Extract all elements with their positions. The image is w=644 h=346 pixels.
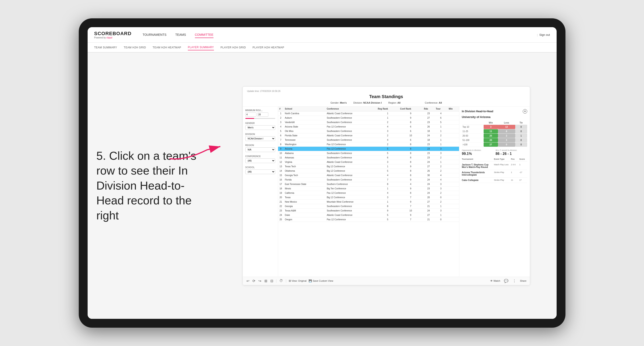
sub-nav-team-h2h-grid[interactable]: TEAM H2H GRID [124, 45, 146, 50]
filter-region-select[interactable]: N/A [245, 147, 275, 152]
tournament-pos: 1 [511, 171, 518, 173]
card-body: Minimum Rou... Gender [243, 107, 530, 277]
sub-nav-team-summary[interactable]: TEAM SUMMARY [94, 45, 117, 50]
cell-win [447, 151, 459, 155]
table-row[interactable]: 14 Oklahoma Big 12 Conference 5 8 26 2 [278, 169, 459, 173]
redo-button[interactable]: ⟳ [252, 278, 256, 284]
table-row[interactable]: 7 Tennessee Southeastern Conference 4 6 … [278, 138, 459, 142]
cell-conf-rank: 8 [399, 169, 423, 173]
copy-button[interactable]: ⊞ [264, 278, 268, 284]
cell-reg-rank: 5 [376, 169, 399, 173]
cell-rank: 6 [278, 133, 284, 138]
cell-conference: Southeastern Conference [326, 155, 376, 160]
cell-rds: 27 [422, 116, 434, 120]
wlt-value: 86 - 26 - 1 [496, 152, 527, 156]
table-row[interactable]: 18 Illinois Big Ten Conference 1 9 23 3 [278, 186, 459, 191]
filter-gender: Gender Men's [245, 122, 275, 130]
sub-nav-player-h2h-heatmap[interactable]: PLAYER H2H HEATMAP [253, 45, 284, 50]
comment-icon[interactable]: 💬 [504, 278, 509, 284]
sign-out-button[interactable]: | Sign out [537, 33, 550, 36]
sub-nav-player-h2h-grid[interactable]: PLAYER H2H GRID [220, 45, 246, 50]
cell-school: Florida State [284, 133, 326, 138]
cell-win [447, 177, 459, 182]
nav-tournaments[interactable]: TOURNAMENTS [142, 32, 166, 38]
cell-rds: 27 [422, 199, 434, 204]
table-row[interactable]: 3 Vanderbilt Southeastern Conference 2 8… [278, 120, 459, 124]
filter-max-input[interactable] [257, 112, 268, 117]
filter-conference-select[interactable]: (All) [245, 159, 275, 163]
col-rds: Rds [422, 107, 434, 111]
filter-min-input[interactable] [245, 112, 256, 117]
cell-school: Texas Tech [284, 164, 326, 169]
nav-committee[interactable]: COMMITTEE [195, 32, 214, 38]
cell-win [447, 129, 459, 133]
table-row[interactable]: 19 California Pac-12 Conference 4 8 24 2 [278, 191, 459, 195]
table-row[interactable]: 15 Georgia Tech Atlantic Coast Conferenc… [278, 173, 459, 177]
card-title: Team Standings [247, 94, 526, 99]
table-row[interactable]: 17 East Tennessee State Southern Confere… [278, 182, 459, 186]
table-row[interactable]: 10 Alabama Southeastern Conference 5 8 2… [278, 151, 459, 155]
annotation-text: 5. Click on a team's row to see their In… [96, 149, 207, 223]
table-row[interactable]: 11 Arkansas Southeastern Conference 6 8 … [278, 155, 459, 160]
cell-win [447, 120, 459, 124]
cell-conference: Southeastern Conference [326, 120, 376, 124]
table-row[interactable]: 13 Texas Tech Big 12 Conference 1 9 27 2 [278, 164, 459, 169]
save-custom-button[interactable]: 💾 Save Custom View [308, 279, 333, 282]
filter-division-select[interactable]: NCAA Division I [245, 136, 275, 141]
share-button[interactable]: Share [520, 280, 526, 282]
col-tour: Tour [434, 107, 447, 111]
table-row[interactable]: 5 Ole Miss Southeastern Conference 3 6 1… [278, 129, 459, 133]
share-icon[interactable]: ⋮ [512, 278, 516, 284]
sub-nav-player-summary[interactable]: PLAYER SUMMARY [188, 45, 214, 50]
watch-button[interactable]: 👁 Watch [490, 280, 500, 282]
cell-rds: 23 [422, 120, 434, 124]
table-row[interactable]: 9 Arizona Pac-12 Conference 5 8 23 3 [278, 147, 459, 151]
cell-tour: 3 [434, 182, 447, 186]
paste-button[interactable]: ⊟ [270, 278, 274, 284]
cell-rds: 23 [422, 186, 434, 191]
cell-win [447, 133, 459, 138]
table-row[interactable]: 25 Oregon Pac-12 Conference 5 7 21 0 [278, 217, 459, 222]
h2h-win: 27 [484, 142, 498, 147]
view-original-button[interactable]: ⊞ View: Original [289, 279, 306, 282]
table-row[interactable]: 12 Virginia Atlantic Coast Conference 3 … [278, 160, 459, 164]
cell-conf-rank: 8 [399, 155, 423, 160]
h2h-win: 20 [484, 138, 498, 142]
cell-school: Ole Miss [284, 129, 326, 133]
wlt-label: W-L-T record in-division: [496, 149, 527, 151]
forward-button[interactable]: ↪ [258, 278, 262, 284]
device-frame: SCOREBOARD Powered by clippd TOURNAMENTS… [79, 18, 566, 328]
tournament-list: Tournament Event Type Pos Score Jackson … [462, 158, 527, 183]
table-row[interactable]: 8 Washington Pac-12 Conference 2 8 23 1 [278, 142, 459, 147]
table-row[interactable]: 6 Florida State Atlantic Coast Conferenc… [278, 133, 459, 138]
h2h-row: 11-25 11 8 0 [462, 129, 527, 134]
table-row[interactable]: 21 New Mexico Mountain West Conference 1… [278, 199, 459, 204]
nav-teams[interactable]: TEAMS [175, 32, 186, 38]
cell-rank: 7 [278, 138, 284, 142]
cell-win [447, 142, 459, 147]
table-row[interactable]: 22 Georgia Southeastern Conference 8 7 2… [278, 204, 459, 208]
filter-school-select[interactable]: (All) [245, 170, 275, 174]
table-row[interactable]: 16 Florida Southeastern Conference 7 9 2… [278, 177, 459, 182]
table-row[interactable]: 23 Texas A&M Southeastern Conference 9 1… [278, 208, 459, 213]
cell-conf-rank: 7 [399, 195, 423, 199]
cell-school: California [284, 191, 326, 195]
cell-rank: 13 [278, 164, 284, 169]
cell-rds: 23 [422, 147, 434, 151]
undo-button[interactable]: ↩ [246, 278, 250, 284]
table-row[interactable]: 2 Auburn Southeastern Conference 1 9 27 … [278, 116, 459, 120]
table-row[interactable]: 20 Texas Big 12 Conference 3 7 20 0 [278, 195, 459, 199]
tournament-score: 17 [520, 179, 527, 181]
filter-gender-select[interactable]: Men's [245, 125, 275, 130]
table-row[interactable]: 4 Arizona State Pac-12 Conference 4 6 26… [278, 124, 459, 129]
cell-win [447, 186, 459, 191]
tournament-pos: 11 [511, 179, 518, 181]
sub-nav-team-h2h-heatmap[interactable]: TEAM H2H HEATMAP [153, 45, 181, 50]
cell-win [447, 164, 459, 169]
cell-tour: 4 [434, 177, 447, 182]
h2h-close-button[interactable]: ✕ [523, 109, 527, 114]
table-row[interactable]: 24 Duke Atlantic Coast Conference 5 9 27… [278, 213, 459, 217]
table-row[interactable]: 1 North Carolina Atlantic Coast Conferen… [278, 111, 459, 116]
h2h-row: >100 27 0 0 [462, 142, 527, 147]
tournament-name: Cabo Collegiate [462, 179, 492, 181]
